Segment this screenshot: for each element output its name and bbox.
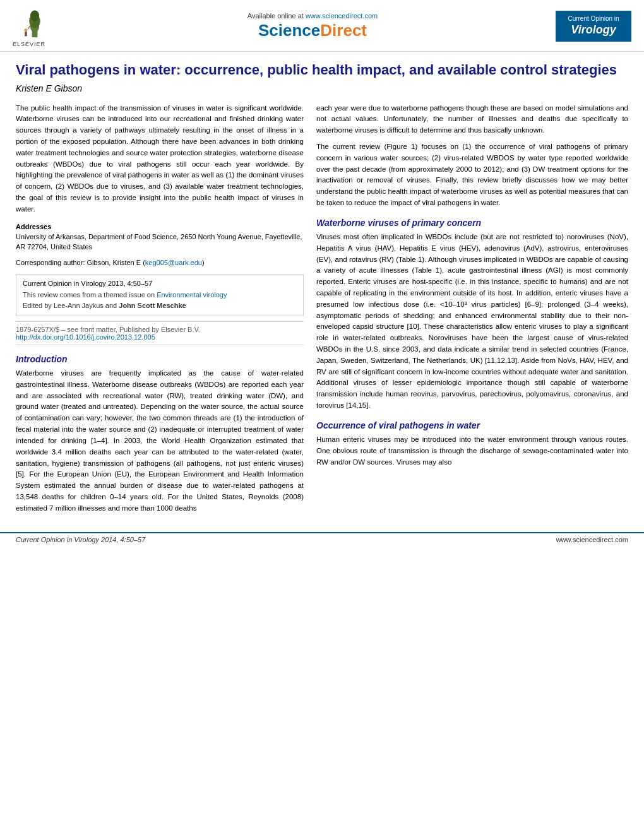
elsevier-wordmark: ELSEVIER — [13, 41, 45, 47]
abstract-text: The public health impact of the transmis… — [16, 103, 304, 215]
divider2 — [16, 345, 304, 345]
addresses-content: University of Arkansas, Department of Fo… — [16, 233, 302, 251]
info-themed-issue: This review comes from a themed issue on… — [23, 290, 297, 301]
left-column: The public health impact of the transmis… — [16, 103, 304, 519]
addresses-label: Addresses — [16, 223, 51, 230]
main-content: Viral pathogens in water: occurrence, pu… — [0, 52, 644, 526]
svg-point-4 — [24, 28, 27, 32]
corresponding-close: ) — [202, 259, 205, 266]
right-column: each year were due to waterborne pathoge… — [316, 103, 628, 519]
available-online-label: Available online at — [247, 12, 304, 20]
info-editors: Edited by Lee-Ann Jaykus and John Scott … — [23, 300, 297, 312]
waterborne-body-text: Viruses most often implicated in WBDOs i… — [316, 232, 628, 412]
editor-names: John Scott Meschke — [119, 302, 186, 309]
footer-website: www.sciencedirect.com — [556, 536, 628, 543]
occurrence-body-text: Human enteric viruses may be introduced … — [316, 434, 628, 468]
elsevier-logo: ELSEVIER — [13, 5, 69, 47]
info-box: Current Opinion in Virology 2013, 4:50–5… — [16, 274, 304, 316]
corresponding-label: Corresponding author: — [16, 259, 87, 266]
journal-badge-title: Virology — [562, 23, 625, 37]
edited-by-label: Edited by Lee-Ann Jaykus and — [23, 302, 117, 309]
corresponding-name: Gibson, Kristen E ( — [87, 259, 145, 266]
themed-issue-link[interactable]: Environmental virology — [157, 291, 227, 299]
corresponding-email[interactable]: keg005@uark.edu — [145, 259, 202, 266]
intro-body-text: Waterborne viruses are frequently implic… — [16, 368, 304, 514]
available-online-text: Available online at www.sciencedirect.co… — [69, 12, 556, 20]
right-intro-text1: each year were due to waterborne pathoge… — [316, 103, 628, 136]
elsevier-tree-icon — [13, 5, 57, 40]
occurrence-heading: Occurrence of viral pathogens in water — [316, 420, 628, 430]
article-title: Viral pathogens in water: occurrence, pu… — [16, 61, 628, 80]
svg-point-3 — [30, 10, 39, 21]
addresses-section: Addresses University of Arkansas, Depart… — [16, 222, 304, 252]
doi-link[interactable]: http://dx.doi.org/10.1016/j.coviro.2013.… — [16, 333, 155, 341]
two-column-layout: The public health impact of the transmis… — [16, 103, 628, 519]
review-line-label: This review comes from a themed issue on — [23, 291, 155, 299]
sciencedirect-title: ScienceDirect — [69, 21, 556, 40]
page-footer: Current Opinion in Virology 2014, 4:50–5… — [0, 532, 644, 546]
intro-heading: Introduction — [16, 354, 304, 364]
article-author: Kristen E Gibson — [16, 83, 628, 93]
header-center: Available online at www.sciencedirect.co… — [69, 12, 556, 40]
divider — [16, 321, 304, 322]
journal-badge: Current Opinion in Virology — [556, 11, 631, 41]
waterborne-heading: Waterborne viruses of primary concern — [316, 218, 628, 228]
svg-rect-5 — [25, 32, 27, 36]
page-header: ELSEVIER Available online at www.science… — [0, 0, 644, 52]
info-journal-line: Current Opinion in Virology 2013, 4:50–5… — [23, 278, 297, 290]
issn-line: 1879-6257X/$ – see front matter, Publish… — [16, 326, 304, 333]
footer-journal-info: Current Opinion in Virology 2014, 4:50–5… — [16, 536, 145, 543]
journal-badge-top: Current Opinion in — [562, 15, 625, 23]
corresponding-author: Corresponding author: Gibson, Kristen E … — [16, 258, 304, 268]
sciencedirect-url[interactable]: www.sciencedirect.com — [306, 12, 378, 20]
right-intro-text2: The current review (Figure 1) focuses on… — [316, 141, 628, 209]
issn-section: 1879-6257X/$ – see front matter, Publish… — [16, 326, 304, 341]
